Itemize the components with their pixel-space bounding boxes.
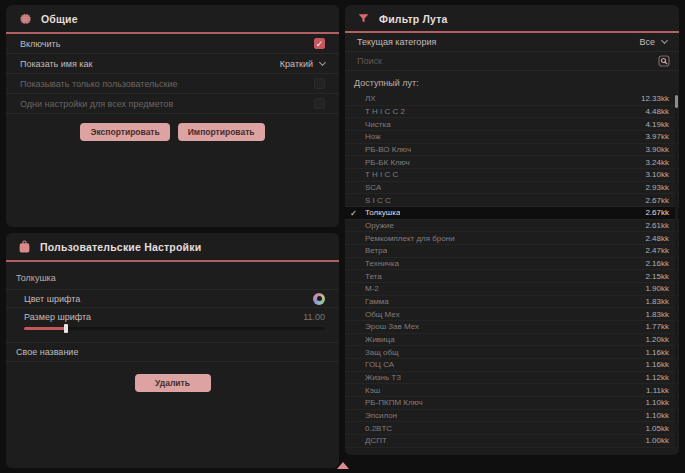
- resize-handle-icon[interactable]: [337, 462, 349, 469]
- loot-item-row[interactable]: ✓ Тета 2.15kk: [345, 270, 679, 283]
- scrollbar-thumb[interactable]: [675, 95, 678, 108]
- loot-item-name: ЛХ: [365, 94, 376, 103]
- search-row: [345, 52, 679, 71]
- loot-item-row[interactable]: ✓ Гамма 1.83kk: [345, 296, 679, 309]
- loot-item-row[interactable]: ✓ Эпсилон 1.10kk: [345, 410, 679, 423]
- color-wheel-icon[interactable]: [313, 293, 325, 305]
- slider-thumb[interactable]: [64, 324, 68, 333]
- loot-item-name: Тета: [365, 272, 382, 281]
- loot-item-row[interactable]: ✓ T H I C C 3.10kk: [345, 169, 679, 182]
- general-panel-title: Общие: [41, 13, 78, 25]
- loot-item-row[interactable]: ✓ 0.2BTC 1.05kk: [345, 422, 679, 435]
- loot-item-value: 1.10kk: [645, 411, 669, 420]
- loot-item-row[interactable]: ✓ Кэш 1.11kk: [345, 384, 679, 397]
- loot-item-name: Эрош Зав Мех: [365, 322, 419, 331]
- import-button[interactable]: Импортировать: [178, 123, 265, 141]
- loot-item-value: 2.67kk: [645, 208, 669, 217]
- name-display-label: Показать имя как: [20, 59, 92, 69]
- delete-button[interactable]: Удалить: [135, 374, 211, 392]
- loot-item-row[interactable]: ✓ Общ Мех 1.83kk: [345, 308, 679, 321]
- scrollbar[interactable]: [675, 93, 678, 448]
- loot-item-row[interactable]: ✓ Толкушка 2.67kk: [345, 207, 679, 220]
- loot-item-name: Нож: [365, 132, 381, 141]
- loot-item-value: 2.15kk: [645, 272, 669, 281]
- gear-icon: [18, 12, 32, 26]
- loot-item-row[interactable]: ✓ РБ-БК Ключ 3.24kk: [345, 156, 679, 169]
- loot-item-row[interactable]: ✓ ЛХ 12.33kk: [345, 93, 679, 106]
- loot-item-value: 1.16kk: [645, 360, 669, 369]
- loot-item-row[interactable]: ✓ ДСПТ 1.00kk: [345, 435, 679, 448]
- loot-item-value: 1.90kk: [645, 284, 669, 293]
- loot-item-row[interactable]: ✓ Ветра 2.47kk: [345, 245, 679, 258]
- loot-item-name: S I C C: [365, 196, 391, 205]
- custom-name-input[interactable]: [16, 347, 325, 357]
- name-display-value: Краткий: [280, 59, 313, 69]
- loot-item-name: 0.2BTC: [365, 424, 392, 433]
- loot-item-value: 1.11kk: [646, 386, 669, 395]
- same-settings-label: Одни настройки для всех предметов: [20, 99, 173, 109]
- loot-item-row[interactable]: ✓ Оружие 2.61kk: [345, 220, 679, 233]
- general-settings-panel: Общие Включить ✓ Показать имя как Кратки…: [6, 5, 339, 227]
- loot-item-value: 3.24kk: [645, 158, 669, 167]
- loot-item-row[interactable]: ✓ М-2 1.90kk: [345, 283, 679, 296]
- slider-fill: [24, 327, 66, 330]
- loot-list: ✓ ЛХ 12.33kk ✓ T H I C C 2 4.48kk ✓ Чист…: [345, 93, 679, 448]
- font-color-row[interactable]: Цвет шрифта: [6, 289, 339, 307]
- search-input[interactable]: [357, 56, 658, 66]
- loot-item-row[interactable]: ✓ Жизнь ТЗ 1.12kk: [345, 372, 679, 385]
- loot-item-row[interactable]: ✓ Нож 3.97kk: [345, 131, 679, 144]
- name-display-select[interactable]: Краткий: [280, 59, 325, 69]
- same-settings-checkbox[interactable]: [314, 98, 325, 109]
- check-icon: ✓: [350, 207, 357, 220]
- loot-item-row[interactable]: ✓ Техничка 2.16kk: [345, 258, 679, 271]
- same-settings-row: Одни настройки для всех предметов: [6, 94, 339, 114]
- loot-item-row[interactable]: ✓ Чистка 4.19kk: [345, 118, 679, 131]
- export-button[interactable]: Экспортировать: [80, 123, 169, 141]
- loot-item-name: РБ-ПКПМ Ключ: [365, 398, 423, 407]
- loot-item-row[interactable]: ✓ ГОЦ СА 1.16kk: [345, 359, 679, 372]
- loot-item-name: Жизнь ТЗ: [365, 373, 401, 382]
- category-select[interactable]: Все: [639, 37, 667, 47]
- loot-item-value: 2.47kk: [645, 246, 669, 255]
- loot-item-row[interactable]: ✓ T H I C C 2 4.48kk: [345, 106, 679, 119]
- loot-item-row[interactable]: ✓ РБ-ПКПМ Ключ 1.10kk: [345, 397, 679, 410]
- loot-item-value: 1.10kk: [645, 398, 669, 407]
- loot-item-name: ГОЦ СА: [365, 360, 394, 369]
- enable-label: Включить: [20, 39, 60, 49]
- loot-item-row[interactable]: ✓ SCA 2.93kk: [345, 182, 679, 195]
- enable-checkbox[interactable]: ✓: [314, 38, 325, 49]
- font-color-label: Цвет шрифта: [24, 294, 80, 304]
- loot-item-name: Оружие: [365, 221, 394, 230]
- font-size-row: Размер шрифта 11.00: [6, 307, 339, 325]
- chevron-down-icon: [661, 37, 668, 44]
- loot-item-row[interactable]: ✓ Живица 1.20kk: [345, 334, 679, 347]
- selected-item-label: Толкушка: [6, 262, 339, 289]
- custom-only-checkbox[interactable]: [314, 78, 325, 89]
- font-size-slider[interactable]: [24, 327, 325, 330]
- loot-item-value: 2.16kk: [645, 259, 669, 268]
- loot-item-value: 3.97kk: [645, 132, 669, 141]
- loot-filter-panel: Фильтр Лута Текущая категория Все Доступ…: [345, 5, 679, 455]
- loot-item-value: 1.83kk: [645, 297, 669, 306]
- loot-item-name: РБ-БК Ключ: [365, 158, 410, 167]
- category-value: Все: [639, 37, 655, 47]
- loot-item-row[interactable]: ✓ РБ-ВО Ключ 3.90kk: [345, 144, 679, 157]
- name-display-row: Показать имя как Краткий: [6, 54, 339, 74]
- custom-only-row: Показывать только пользовательские: [6, 74, 339, 94]
- general-buttons-row: Экспортировать Импортировать: [6, 123, 339, 141]
- loot-item-value: 2.48kk: [645, 234, 669, 243]
- filter-panel-header: Фильтр Лута: [345, 5, 679, 31]
- loot-item-name: Живица: [365, 335, 395, 344]
- loot-item-row[interactable]: ✓ Ремкомплект для брони 2.48kk: [345, 232, 679, 245]
- enable-row: Включить ✓: [6, 34, 339, 54]
- loot-item-name: Общ Мех: [365, 310, 400, 319]
- loot-item-name: Толкушка: [365, 208, 400, 217]
- custom-panel-title: Пользовательские Настройки: [40, 241, 201, 253]
- loot-item-name: Гамма: [365, 297, 389, 306]
- loot-item-row[interactable]: ✓ S I C C 2.67kk: [345, 194, 679, 207]
- loot-item-name: Ремкомплект для брони: [365, 234, 455, 243]
- loot-item-row[interactable]: ✓ Эрош Зав Мех 1.77kk: [345, 321, 679, 334]
- loot-item-row[interactable]: ✓ Защ общ 1.16kk: [345, 346, 679, 359]
- search-icon[interactable]: [658, 55, 670, 67]
- funnel-icon: [357, 12, 370, 25]
